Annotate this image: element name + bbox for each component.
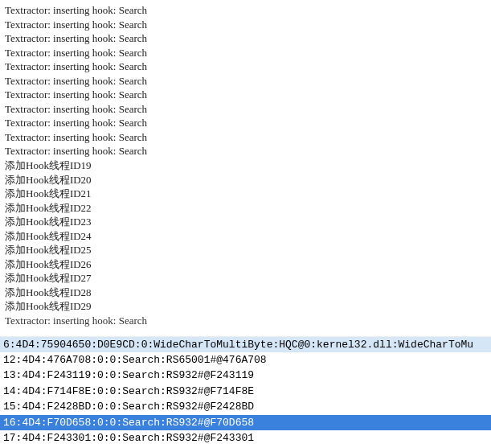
- log-line: 添加Hook线程ID28: [5, 286, 486, 300]
- log-hook-lines: Textractor: inserting hook: SearchTextra…: [5, 3, 486, 158]
- log-line: Textractor: inserting hook: Search: [5, 31, 486, 46]
- log-line: Textractor: inserting hook: Search: [5, 18, 486, 32]
- log-line: 添加Hook线程ID27: [5, 271, 486, 286]
- log-line: 添加Hook线程ID24: [5, 229, 486, 244]
- thread-item[interactable]: 17:4D4:F243301:0:0:Search:RS932#@F243301: [0, 430, 491, 446]
- log-line: Textractor: inserting hook: Search: [5, 60, 486, 74]
- log-line: 添加Hook线程ID20: [5, 173, 486, 187]
- thread-panel: 6:4D4:75904650:D0E9CD:0:WideCharToMultiB…: [0, 336, 491, 448]
- thread-item[interactable]: 14:4D4:F714F8E:0:0:Search:RS932#@F714F8E: [0, 384, 491, 400]
- log-line: 添加Hook线程ID26: [5, 257, 486, 272]
- log-line: Textractor: inserting hook: Search: [5, 102, 486, 117]
- log-line: 添加Hook线程ID21: [5, 187, 486, 201]
- log-line: Textractor: inserting hook: Search: [5, 144, 486, 158]
- log-line: Textractor: inserting hook: Search: [5, 3, 486, 18]
- log-line: 添加Hook线程ID25: [5, 243, 486, 257]
- log-truncated-line: Textractor: inserting hook: Search: [5, 314, 486, 328]
- log-thread-add-lines: 添加Hook线程ID19添加Hook线程ID20添加Hook线程ID21添加Ho…: [5, 158, 486, 314]
- log-panel: Textractor: inserting hook: SearchTextra…: [0, 0, 491, 331]
- log-line: 添加Hook线程ID22: [5, 201, 486, 216]
- log-line: Textractor: inserting hook: Search: [5, 88, 486, 102]
- log-line: Textractor: inserting hook: Search: [5, 74, 486, 88]
- thread-header[interactable]: 6:4D4:75904650:D0E9CD:0:WideCharToMultiB…: [0, 337, 491, 352]
- log-line: 添加Hook线程ID23: [5, 215, 486, 229]
- log-line: Textractor: inserting hook: Search: [5, 130, 486, 145]
- log-line: 添加Hook线程ID19: [5, 158, 486, 173]
- thread-list[interactable]: 12:4D4:476A708:0:0:Search:RS65001#@476A7…: [0, 352, 491, 448]
- log-line: Textractor: inserting hook: Search: [5, 116, 486, 130]
- log-line: Textractor: inserting hook: Search: [5, 46, 486, 60]
- thread-item[interactable]: 16:4D4:F70D658:0:0:Search:RS932#@F70D658: [0, 415, 491, 431]
- thread-item[interactable]: 12:4D4:476A708:0:0:Search:RS65001#@476A7…: [0, 352, 491, 368]
- log-line: 添加Hook线程ID29: [5, 299, 486, 314]
- thread-item[interactable]: 13:4D4:F243119:0:0:Search:RS932#@F243119: [0, 368, 491, 384]
- thread-item[interactable]: 15:4D4:F2428BD:0:0:Search:RS932#@F2428BD: [0, 399, 491, 415]
